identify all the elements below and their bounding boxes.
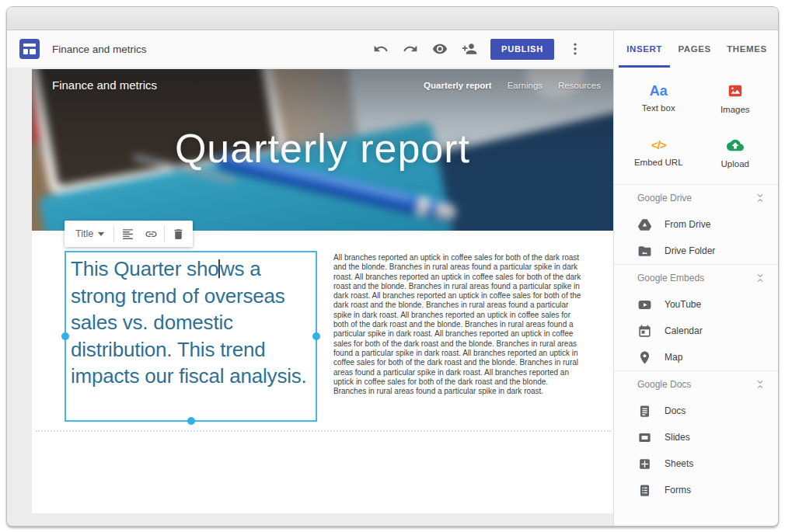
selected-text-box[interactable]: This Quarter shows a strong trend of ove… [65,251,317,422]
collapse-icon[interactable] [753,271,767,285]
trash-icon[interactable] [166,222,190,245]
calendar-icon [637,324,652,339]
chevron-down-icon [98,232,104,236]
align-icon[interactable] [116,222,139,245]
sidebar-item-youtube[interactable]: YouTube [614,291,779,318]
hero-banner[interactable]: Finance and metrics Quarterly report Ear… [32,69,613,231]
sidebar-item-docs[interactable]: Docs [614,398,779,424]
slides-icon [637,430,652,445]
link-icon[interactable] [139,222,162,245]
collapse-icon[interactable] [753,191,767,205]
sidebar-item-drive-folder[interactable]: Drive Folder [614,238,779,264]
images-icon [727,82,744,99]
toolbar-divider [113,225,114,242]
youtube-icon [637,297,652,312]
text-box-icon: Aa [650,84,668,98]
tab-themes[interactable]: THEMES [719,30,775,68]
resize-handle-right[interactable] [312,332,320,340]
section-google-embeds: Google Embeds [614,265,779,291]
drive-folder-icon [637,244,652,259]
insert-sidebar: INSERT PAGES THEMES Aa Text box Images <… [613,30,779,527]
share-add-person-icon[interactable] [461,40,478,57]
publish-button[interactable]: PUBLISH [490,39,554,60]
text-style-label: Title [75,228,93,239]
insert-tiles: Aa Text box Images </> Embed URL Uploa [614,68,779,184]
site-page: Finance and metrics Quarterly report Ear… [32,69,613,513]
preview-eye-icon[interactable] [431,40,448,57]
text-edit-toolbar: Title [65,221,193,247]
drive-icon [637,217,652,232]
sidebar-item-map[interactable]: Map [614,344,779,370]
collapse-icon[interactable] [753,377,767,391]
text-box-content[interactable]: This Quarter shows a strong trend of ove… [71,256,311,390]
section-google-docs: Google Docs [614,371,779,398]
body-text-column[interactable]: All branches reported an uptick in coffe… [333,253,581,396]
browser-window: Finance and metrics PUBLISH [6,6,779,527]
body-paragraph[interactable]: All branches reported an uptick in coffe… [333,253,581,396]
docs-icon [637,404,652,419]
embed-url-icon: </> [651,138,666,152]
tile-upload[interactable]: Upload [697,131,774,173]
resize-handle-bottom[interactable] [187,417,195,425]
tile-embed-url[interactable]: </> Embed URL [620,131,697,173]
tile-text-box[interactable]: Aa Text box [620,77,697,119]
upload-icon [727,137,744,154]
sheets-icon [637,457,652,471]
section-divider [36,430,611,432]
toolbar-divider [164,225,165,242]
resize-handle-left[interactable] [61,332,69,340]
site-title: Finance and metrics [52,43,372,55]
undo-icon[interactable] [372,40,389,57]
hero-site-name: Finance and metrics [52,78,424,92]
redo-icon[interactable] [402,40,419,57]
app-header: Finance and metrics PUBLISH [7,30,613,68]
appbar-actions: PUBLISH [372,39,598,60]
sidebar-item-calendar[interactable]: Calendar [614,318,779,344]
nav-link-quarterly-report[interactable]: Quarterly report [424,81,492,90]
forms-icon [637,483,652,498]
map-pin-icon [637,350,652,365]
window-titlebar [7,7,778,30]
sidebar-item-forms[interactable]: Forms [614,477,779,503]
hero-topbar: Finance and metrics Quarterly report Ear… [32,69,613,92]
sidebar-item-slides[interactable]: Slides [614,424,779,450]
tab-insert[interactable]: INSERT [619,30,670,68]
hero-nav: Quarterly report Earnings Resources [424,81,601,90]
sidebar-tabs: INSERT PAGES THEMES [614,30,779,68]
page-title[interactable]: Quarterly report [32,125,613,172]
text-style-dropdown[interactable]: Title [68,228,112,239]
tab-pages[interactable]: PAGES [670,30,718,68]
nav-link-earnings[interactable]: Earnings [508,81,543,90]
more-options-icon[interactable] [567,40,584,57]
section-google-drive: Google Drive [614,185,779,211]
google-sites-logo-icon [19,39,40,59]
tile-images[interactable]: Images [697,77,774,119]
nav-link-resources[interactable]: Resources [558,81,601,90]
sidebar-item-from-drive[interactable]: From Drive [614,211,779,238]
sidebar-item-sheets[interactable]: Sheets [614,450,779,477]
